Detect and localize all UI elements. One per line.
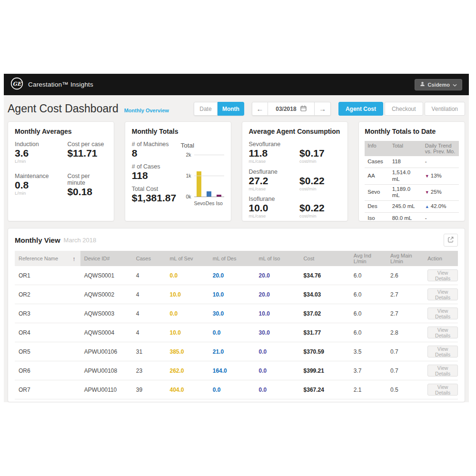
next-month-button[interactable]: → bbox=[315, 102, 331, 116]
cell-avg-main: 0.7 bbox=[387, 348, 424, 355]
monthly-view-title: Monthly View bbox=[15, 236, 60, 244]
cell-avg-ind: 3.5 bbox=[350, 348, 387, 355]
export-button[interactable] bbox=[444, 234, 458, 247]
trend-value: 25% bbox=[431, 189, 442, 195]
agent-cost: $0.22 bbox=[299, 175, 341, 187]
cell-cost: $399.21 bbox=[300, 367, 350, 374]
cell-reference-name: OR6 bbox=[15, 367, 80, 374]
ttd-trend: - bbox=[422, 157, 459, 167]
ge-logo-icon: GE bbox=[10, 77, 23, 92]
cell-ml-iso: 30.0 bbox=[255, 329, 300, 336]
cell-cost: $34.76 bbox=[300, 272, 350, 279]
ttd-info: Sevo bbox=[365, 188, 389, 197]
chart-x-labels: SevoDesIso bbox=[194, 200, 224, 206]
cell-reference-name: OR2 bbox=[15, 291, 80, 298]
tab-ventilation[interactable]: Ventilation bbox=[425, 102, 465, 116]
table-header-row: Reference Name ↑ Device ID# Cases mL of … bbox=[15, 251, 458, 266]
cell-device-id: AQWS0004 bbox=[80, 329, 132, 336]
view-details-button[interactable]: View Details bbox=[427, 307, 458, 319]
agent-value: 11.8 bbox=[249, 148, 300, 159]
user-menu-button[interactable]: Csidemo bbox=[415, 79, 462, 90]
view-details-button[interactable]: View Details bbox=[427, 288, 458, 300]
tab-checkout[interactable]: Checkout bbox=[385, 102, 423, 116]
agent-cost-unit: cost/min bbox=[299, 214, 341, 218]
stat-total-cost: Total Cost $1,381.87 bbox=[132, 186, 180, 204]
ttd-info: Iso bbox=[365, 214, 389, 221]
trend-arrow-icon: ▲ bbox=[425, 204, 429, 209]
totals-to-date-row: AA 1,514.0 mL ▼13% bbox=[365, 168, 459, 185]
stat-cases: # of Cases 118 bbox=[132, 163, 180, 181]
cell-avg-main: 2.8 bbox=[387, 329, 424, 336]
cell-ml-iso: 20.0 bbox=[255, 291, 300, 298]
view-details-button[interactable]: View Details bbox=[427, 269, 458, 281]
y-tick: 0k bbox=[181, 194, 191, 199]
cell-avg-main: 0.5 bbox=[387, 387, 424, 393]
x-label: Des bbox=[205, 200, 215, 206]
y-tick: 2k bbox=[181, 152, 191, 158]
cell-avg-ind: 6.0 bbox=[350, 291, 387, 298]
cell-device-id: AQWS0002 bbox=[80, 291, 132, 298]
card-title: Monthly Averages bbox=[15, 128, 107, 135]
cell-avg-main: 0.7 bbox=[387, 367, 424, 374]
date-picker-field[interactable]: 03/2018 bbox=[268, 102, 315, 116]
cell-reference-name: OR1 bbox=[15, 272, 80, 279]
export-icon bbox=[447, 236, 454, 244]
monthly-view-section: Monthly View March 2018 Reference Name ↑… bbox=[8, 228, 465, 402]
ttd-trend: ▲42.0% bbox=[422, 202, 459, 211]
cell-reference-name: OR5 bbox=[15, 348, 80, 355]
column-header-action[interactable]: Action bbox=[424, 256, 458, 261]
view-details-button[interactable]: View Details bbox=[427, 346, 458, 357]
column-header-reference-name[interactable]: Reference Name ↑ bbox=[15, 251, 80, 266]
ttd-total: 1,514.0 mL bbox=[389, 168, 422, 184]
monthly-view-table: Reference Name ↑ Device ID# Cases mL of … bbox=[15, 251, 458, 399]
ttd-trend: - bbox=[422, 214, 459, 221]
bar-sevo bbox=[197, 171, 201, 197]
chart-plot-area: 2k 1k 0k bbox=[194, 155, 224, 197]
totals-bar-chart: Total 2k 1k 0k SevoDesIso bbox=[180, 142, 224, 206]
cell-ml-des: 21.0 bbox=[209, 348, 255, 355]
column-header-ml-des[interactable]: mL of Des bbox=[209, 256, 255, 261]
trend-arrow-icon: ▼ bbox=[425, 190, 429, 195]
view-details-button[interactable]: View Details bbox=[427, 327, 458, 338]
column-header-ml-sev[interactable]: mL of Sev bbox=[166, 256, 208, 261]
column-header-avg-main[interactable]: Avg Main L/min bbox=[387, 253, 424, 264]
prev-month-button[interactable]: ← bbox=[252, 102, 268, 116]
cell-ml-iso: 10.0 bbox=[255, 310, 300, 317]
stat-cost-per-minute: Cost per minute $0.18 bbox=[67, 173, 107, 198]
cell-ml-des: 30.0 bbox=[209, 310, 255, 317]
view-details-button[interactable]: View Details bbox=[427, 365, 458, 377]
cell-device-id: AQWS0001 bbox=[80, 272, 132, 279]
monthly-overview-link[interactable]: Monthly Overview bbox=[124, 108, 169, 113]
cell-ml-sev: 0.0 bbox=[166, 310, 208, 317]
cell-cost: $37.02 bbox=[300, 310, 350, 317]
consumption-item: Sevoflurane 11.8 mL/case $0.17 cost/min bbox=[249, 141, 341, 164]
card-title: Monthly Totals to Date bbox=[365, 128, 459, 135]
cell-avg-ind: 2.1 bbox=[350, 387, 387, 393]
column-header-cost[interactable]: Cost bbox=[300, 256, 350, 261]
column-header-cases[interactable]: Cases bbox=[132, 256, 166, 261]
app-window: GE Carestation™ Insights Csidemo Agent C… bbox=[4, 74, 469, 402]
stat-induction: Induction 3.6 L/min bbox=[15, 141, 67, 164]
column-header-avg-ind[interactable]: Avg Ind L/min bbox=[350, 253, 387, 264]
column-header-device-id[interactable]: Device ID# bbox=[80, 256, 132, 261]
ttd-trend: ▼13% bbox=[422, 171, 459, 181]
column-header-ml-iso[interactable]: mL of Iso bbox=[255, 256, 300, 261]
cell-ml-iso: 0.0 bbox=[255, 367, 300, 374]
month-toggle-button[interactable]: Month bbox=[218, 102, 244, 116]
view-details-button[interactable]: View Details bbox=[427, 384, 458, 396]
totals-to-date-row: Sevo 1,189.0 mL ▼25% bbox=[365, 185, 459, 201]
tab-agent-cost[interactable]: Agent Cost bbox=[338, 102, 383, 116]
cell-avg-main: 2.7 bbox=[387, 291, 424, 298]
ttd-total: 118 bbox=[389, 157, 422, 167]
cell-cases: 31 bbox=[132, 348, 166, 355]
table-row: OR2 AQWS0002 4 10.0 10.0 20.0 $34.03 6.0… bbox=[15, 285, 458, 304]
cell-ml-des: 10.0 bbox=[209, 291, 255, 298]
totals-to-date-table: Info Total Daily Trend vs. Prev. Mo. Cas… bbox=[365, 141, 459, 221]
consumption-item: Desflurane 27.2 mL/case $0.22 cost/min bbox=[249, 169, 341, 192]
date-toggle-button[interactable]: Date bbox=[194, 102, 218, 116]
cell-cost: $34.03 bbox=[300, 291, 350, 298]
agent-consumption-card: Average Agent Consumption Sevoflurane 11… bbox=[242, 121, 348, 221]
dashboard-tabs: Agent Cost Checkout Ventilation bbox=[338, 102, 465, 116]
cell-cases: 39 bbox=[132, 387, 166, 393]
ttd-info: Cases bbox=[365, 157, 389, 167]
